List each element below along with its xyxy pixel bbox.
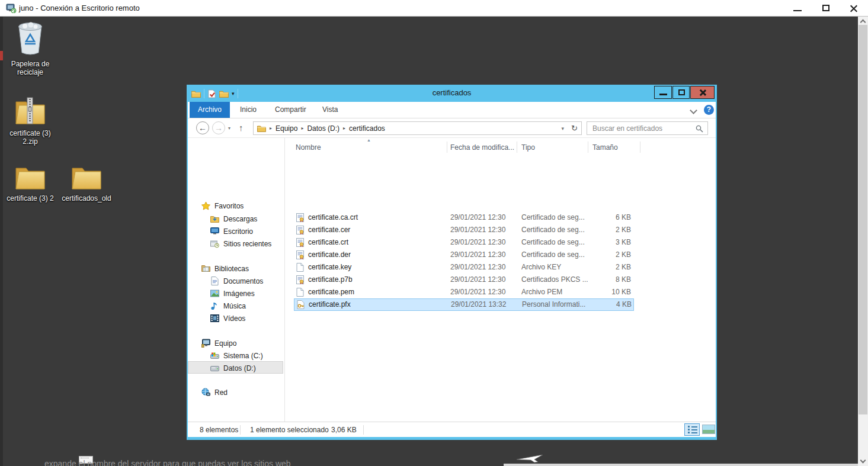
rdp-close-button[interactable] xyxy=(844,2,864,14)
large-icons-view-button[interactable] xyxy=(702,425,715,434)
refresh-icon[interactable]: ↻ xyxy=(571,124,578,133)
new-folder-toolbar-icon[interactable] xyxy=(219,90,229,98)
status-item-count: 8 elementos xyxy=(200,426,238,434)
sidebar-item-datos-d[interactable]: Datos (D:) xyxy=(210,362,256,374)
certificate-icon xyxy=(296,238,304,247)
explorer-titlebar[interactable]: certificados ▾ xyxy=(187,85,717,102)
breadcrumb-equipo[interactable]: Equipo xyxy=(276,124,297,133)
rdp-maximize-button[interactable] xyxy=(816,2,837,14)
desktop-icon-label: certificate (3) 2.zip xyxy=(2,129,59,146)
sidebar-section-equipo[interactable]: Equipo xyxy=(201,338,236,349)
file-row[interactable]: certificate.der 29/01/2021 12:30 Certifi… xyxy=(286,249,716,261)
certificate-icon xyxy=(296,250,304,259)
sidebar-item-videos[interactable]: Vídeos xyxy=(210,313,245,324)
scrollbar-thumb[interactable] xyxy=(859,25,867,414)
explorer-close-button[interactable] xyxy=(690,86,715,99)
details-view-button[interactable] xyxy=(684,423,700,436)
explorer-window-title: certificados xyxy=(187,88,717,97)
rdp-window-titlebar: juno - Conexión a Escritorio remoto xyxy=(0,0,868,17)
sidebar-item-escritorio[interactable]: Escritorio xyxy=(210,226,253,237)
folder-toolbar-icon[interactable] xyxy=(191,90,201,98)
file-row[interactable]: certificate.cer 29/01/2021 12:30 Certifi… xyxy=(286,224,716,236)
explorer-maximize-button[interactable] xyxy=(672,86,690,99)
zip-folder-icon xyxy=(15,97,46,125)
address-bar: ← → ▾ ↑ ▸ Equipo ▸ Datos (D:) ▸ certific… xyxy=(188,118,716,138)
remote-desktop: Papelera de reciclaje certificate (3) 2.… xyxy=(0,17,858,466)
sidebar-item-imagenes[interactable]: Imágenes xyxy=(210,288,255,299)
properties-toolbar-icon[interactable] xyxy=(207,89,216,98)
file-row-selected[interactable]: certificate.pfx 29/01/2021 13:32 Persona… xyxy=(294,298,634,311)
sidebar-section-favoritos[interactable]: Favoritos xyxy=(201,200,244,211)
back-button[interactable]: ← xyxy=(196,121,209,134)
sort-ascending-icon: ▲ xyxy=(367,138,371,142)
file-row[interactable]: certificate.pem 29/01/2021 12:30 Archivo… xyxy=(286,286,716,298)
file-row[interactable]: certificate.p7b 29/01/2021 12:30 Certifi… xyxy=(286,274,716,286)
column-header-fecha[interactable]: Fecha de modifica... xyxy=(450,143,514,152)
crumb-separator-icon: ▸ xyxy=(301,126,303,131)
sidebar-item-sitios-recientes[interactable]: Sitios recientes xyxy=(210,238,271,249)
search-icon[interactable] xyxy=(696,125,703,133)
recent-places-icon xyxy=(210,239,219,248)
folder-icon xyxy=(71,164,102,190)
desktop-icon-recycle-bin[interactable]: Papelera de reciclaje xyxy=(3,21,57,76)
recycle-bin-icon xyxy=(17,21,44,56)
document-icon xyxy=(210,277,219,285)
tab-inicio[interactable]: Inicio xyxy=(232,102,265,118)
sidebar-section-red[interactable]: Red xyxy=(201,387,228,398)
rdp-vertical-scrollbar[interactable] xyxy=(858,17,868,466)
sidebar-section-bibliotecas[interactable]: Bibliotecas xyxy=(201,263,249,274)
scroll-up-icon[interactable] xyxy=(860,20,866,25)
network-globe-icon xyxy=(201,388,210,397)
breadcrumb[interactable]: ▸ Equipo ▸ Datos (D:) ▸ certificados ▾ ↻ xyxy=(253,121,582,135)
desktop-monitor-icon xyxy=(210,227,219,236)
certificate-icon xyxy=(296,213,304,222)
rdp-window-title: juno - Conexión a Escritorio remoto xyxy=(19,4,140,12)
tab-compartir[interactable]: Compartir xyxy=(267,102,315,118)
ribbon-tab-bar: Archivo Inicio Compartir Vista ? xyxy=(188,102,716,118)
system-drive-icon xyxy=(210,351,219,360)
breadcrumb-datos-d[interactable]: Datos (D:) xyxy=(307,124,339,133)
forward-button[interactable]: → xyxy=(212,121,225,134)
folder-icon xyxy=(15,164,46,190)
file-row[interactable]: certificate.crt 29/01/2021 12:30 Certifi… xyxy=(286,236,716,249)
column-header-tamano[interactable]: Tamaño xyxy=(592,143,618,152)
tab-archivo[interactable]: Archivo xyxy=(190,102,230,118)
status-selection: 1 elemento seleccionado xyxy=(250,426,329,434)
column-headers: ▲ Nombre Fecha de modifica... Tipo Tamañ… xyxy=(286,140,716,154)
rdp-connection-icon xyxy=(6,4,17,13)
desktop-icon-label: certificados_old xyxy=(53,194,120,203)
scroll-down-icon[interactable] xyxy=(860,458,866,464)
sidebar-item-sistema-c[interactable]: Sistema (C:) xyxy=(210,350,263,361)
star-icon xyxy=(201,201,210,210)
column-header-nombre[interactable]: Nombre xyxy=(296,143,321,152)
file-row[interactable]: certificate.key 29/01/2021 12:30 Archivo… xyxy=(286,261,716,274)
desktop-icon-label: Papelera de reciclaje xyxy=(3,60,57,76)
sidebar-item-descargas[interactable]: Descargas xyxy=(210,213,257,224)
desktop-icon-certificados-old[interactable]: certificados_old xyxy=(53,164,120,203)
pane-divider xyxy=(284,138,285,422)
crumb-separator-icon: ▸ xyxy=(343,126,345,131)
download-folder-icon xyxy=(210,214,219,223)
tab-vista[interactable]: Vista xyxy=(314,102,346,118)
qat-customize-dropdown-icon[interactable]: ▾ xyxy=(232,91,235,97)
history-dropdown-icon[interactable]: ▾ xyxy=(228,126,230,131)
column-header-tipo[interactable]: Tipo xyxy=(521,143,535,152)
search-input[interactable]: Buscar en certificados xyxy=(587,121,708,135)
explorer-minimize-button[interactable] xyxy=(654,86,672,99)
data-drive-icon xyxy=(210,364,219,372)
sidebar-item-musica[interactable]: Música xyxy=(210,300,246,311)
help-icon[interactable]: ? xyxy=(704,105,714,115)
up-button[interactable]: ↑ xyxy=(239,123,244,133)
breadcrumb-certificados[interactable]: certificados xyxy=(349,124,385,133)
quick-access-toolbar: ▾ xyxy=(191,88,238,99)
ribbon-collapse-chevron-icon[interactable] xyxy=(690,107,697,114)
certificate-icon xyxy=(296,226,304,234)
explorer-window: certificados ▾ Archivo Inicio Compartir xyxy=(187,85,717,440)
sidebar-item-documentos[interactable]: Documentos xyxy=(210,275,263,287)
rdp-minimize-button[interactable] xyxy=(788,2,808,14)
desktop-icon-zip[interactable]: certificate (3) 2.zip xyxy=(2,97,59,146)
status-bar: 8 elementos 1 elemento seleccionado 3,06… xyxy=(188,422,716,437)
address-dropdown-icon[interactable]: ▾ xyxy=(562,126,565,131)
file-row[interactable]: certificate.ca.crt 29/01/2021 12:30 Cert… xyxy=(286,211,716,224)
film-icon xyxy=(210,314,219,323)
